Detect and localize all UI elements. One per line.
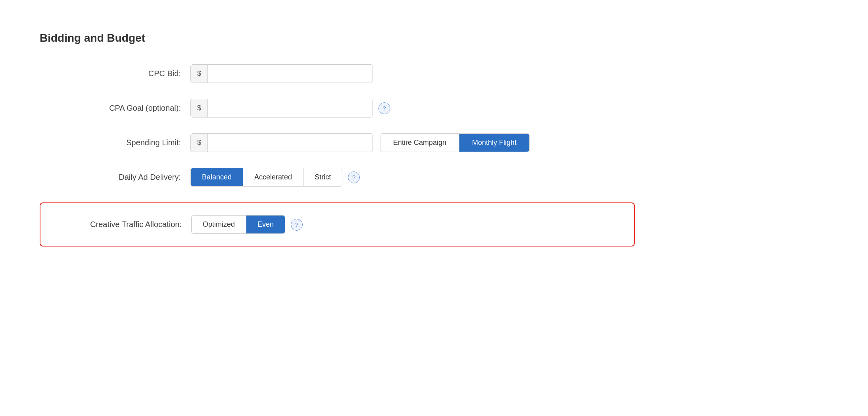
cpc-bid-row: CPC Bid: $	[40, 64, 635, 83]
spending-limit-input[interactable]	[208, 134, 373, 152]
entire-campaign-button[interactable]: Entire Campaign	[380, 134, 459, 152]
daily-ad-delivery-label: Daily Ad Delivery:	[40, 173, 190, 182]
daily-ad-delivery-button-group: Balanced Accelerated Strict	[190, 168, 342, 187]
even-button[interactable]: Even	[246, 216, 285, 233]
spending-limit-prefix: $	[191, 134, 208, 152]
cpa-goal-label: CPA Goal (optional):	[40, 104, 190, 113]
creative-traffic-allocation-row: Creative Traffic Allocation: Optimized E…	[40, 202, 635, 247]
cpc-bid-input-wrapper: $	[190, 64, 373, 83]
cpc-bid-input[interactable]	[208, 65, 373, 83]
creative-traffic-allocation-help-icon[interactable]: ?	[291, 219, 303, 231]
section-title: Bidding and Budget	[40, 32, 635, 44]
accelerated-button[interactable]: Accelerated	[243, 168, 303, 186]
daily-ad-delivery-row: Daily Ad Delivery: Balanced Accelerated …	[40, 168, 635, 187]
monthly-flight-button[interactable]: Monthly Flight	[459, 134, 529, 152]
cpc-bid-prefix: $	[191, 65, 208, 83]
balanced-button[interactable]: Balanced	[191, 168, 243, 186]
cpa-goal-input[interactable]	[208, 99, 373, 117]
spending-limit-input-wrapper: $	[190, 133, 373, 152]
optimized-button[interactable]: Optimized	[192, 216, 246, 233]
spending-limit-button-group: Entire Campaign Monthly Flight	[380, 133, 530, 152]
spending-limit-row: Spending Limit: $ Entire Campaign Monthl…	[40, 133, 635, 152]
creative-traffic-allocation-button-group: Optimized Even	[191, 215, 285, 234]
cpc-bid-label: CPC Bid:	[40, 69, 190, 78]
strict-button[interactable]: Strict	[303, 168, 342, 186]
cpa-goal-row: CPA Goal (optional): $ ?	[40, 99, 635, 117]
creative-traffic-allocation-label: Creative Traffic Allocation:	[52, 220, 191, 229]
spending-limit-label: Spending Limit:	[40, 138, 190, 147]
cpa-goal-input-wrapper: $	[190, 99, 373, 117]
cpa-goal-prefix: $	[191, 99, 208, 117]
daily-ad-delivery-help-icon[interactable]: ?	[348, 171, 360, 183]
cpa-goal-help-icon[interactable]: ?	[378, 102, 390, 114]
bidding-budget-form: Bidding and Budget CPC Bid: $ CPA Goal (…	[40, 32, 635, 262]
